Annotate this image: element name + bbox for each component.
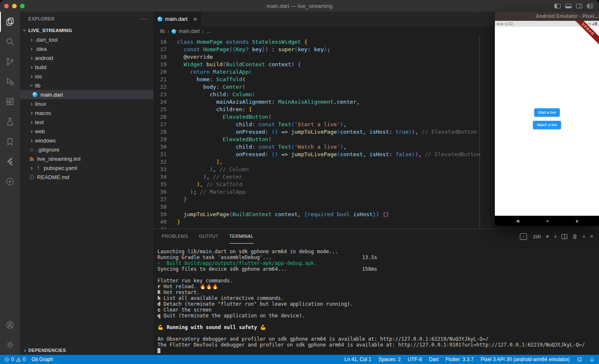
git-graph-status[interactable]: Git Graph (31, 357, 53, 362)
home-icon[interactable]: ● (546, 219, 549, 223)
activity-settings-icon[interactable] (0, 335, 20, 355)
editor-scrollbar[interactable] (479, 36, 480, 229)
terminal-output[interactable]: Launching lib/main.dart on sdk gphone ar… (153, 244, 599, 355)
activity-search-icon[interactable] (0, 32, 20, 52)
breadcrumb-folder[interactable]: lib (160, 28, 165, 34)
chevron-icon: › (28, 100, 35, 107)
item-label: linux (35, 101, 46, 107)
project-root-row[interactable]: › LIVE_STREAMING (20, 26, 153, 35)
toggle-sidebar-icon[interactable] (554, 4, 561, 8)
tab-problems[interactable]: PROBLEMS (162, 229, 188, 244)
tab-terminal[interactable]: TERMINAL (230, 229, 254, 244)
cursor-position-status[interactable]: Ln 41, Col 1 (344, 357, 372, 362)
breadcrumb-file[interactable]: main.dart (179, 28, 200, 34)
breadcrumb-symbol[interactable]: ... (207, 28, 211, 34)
activity-lightning-icon[interactable] (0, 172, 20, 192)
notifications-bell-icon[interactable] (589, 357, 595, 362)
back-icon[interactable]: ◀ (516, 218, 519, 224)
indentation-status[interactable]: Spaces: 2 (378, 357, 400, 362)
terminal-line: r Hot reload. 🔥🔥🔥 (157, 284, 599, 289)
line-number: 30 (153, 143, 167, 151)
new-terminal-icon[interactable]: + (545, 233, 549, 240)
sidebar-explorer: EXPLORER ··· › LIVE_STREAMING ›.dart_too… (20, 12, 153, 355)
language-status[interactable]: Dart (429, 357, 439, 362)
activity-source-control-icon[interactable] (0, 52, 20, 72)
terminal-dropdown-icon[interactable]: ∨ (554, 234, 557, 239)
folder-lib[interactable]: ›lib (20, 81, 153, 90)
watch-a-live-button[interactable]: Watch a live (533, 121, 561, 129)
tab-output[interactable]: OUTPUT (199, 229, 219, 244)
item-label: macos (35, 110, 51, 116)
activity-bookmarks-icon[interactable] (0, 132, 20, 152)
emulator-screen[interactable]: 6:44 LTE DEBUG Start a live Watch a live (495, 21, 599, 216)
chevron-icon: › (28, 128, 35, 135)
folder-windows[interactable]: ›windows (20, 136, 153, 145)
line-number: 41 (153, 226, 167, 229)
close-window-button[interactable] (4, 4, 9, 8)
item-label: .gitignore (37, 147, 59, 153)
device-status[interactable]: Pixel 3 API 30 (android-arm64 emulator) (481, 357, 570, 362)
chevron-icon: › (22, 347, 28, 354)
line-content: body: Center( (167, 83, 245, 91)
folder-.idea[interactable]: ›.idea (20, 44, 153, 53)
panel-header: PROBLEMS OUTPUT TERMINAL › zsh + ∨ ∧ × (153, 229, 599, 244)
problems-status[interactable]: 0 0 (4, 357, 25, 362)
line-number: 29 (153, 136, 167, 143)
emulator-title[interactable]: Android Emulator - Pixel... (495, 12, 599, 21)
toggle-secondary-sidebar-icon[interactable] (576, 4, 582, 8)
start-a-live-button[interactable]: Start a live (534, 108, 560, 117)
dependencies-section[interactable]: › DEPENDENCIES (20, 345, 153, 355)
line-number: 25 (153, 106, 167, 113)
activity-accounts-icon[interactable] (0, 315, 20, 335)
shell-name[interactable]: zsh (533, 234, 541, 239)
encoding-status[interactable]: UTF-8 (408, 357, 422, 362)
file-.gitignore[interactable]: ◇.gitignore (20, 145, 153, 154)
folder-linux[interactable]: ›linux (20, 99, 153, 108)
item-label: .dart_tool (35, 37, 57, 43)
activity-run-and-debug-icon[interactable] (0, 72, 20, 92)
toggle-panel-icon[interactable] (565, 4, 572, 8)
line-content: Widget build(BuildContext context) { (167, 61, 301, 68)
folder-android[interactable]: ›android (20, 53, 153, 62)
folder-build[interactable]: ›build (20, 62, 153, 72)
folder-macos[interactable]: ›macos (20, 108, 153, 117)
maximize-panel-icon[interactable]: ∧ (582, 234, 585, 239)
file-README.md[interactable]: iREADME.md (20, 172, 153, 182)
activity-flutter-icon[interactable] (0, 152, 20, 172)
file-pubspec.yaml[interactable]: ›!pubspec.yaml (20, 163, 153, 172)
close-tab-icon[interactable]: × (193, 15, 197, 22)
activity-extensions-icon[interactable] (0, 92, 20, 112)
folder-web[interactable]: ›web (20, 127, 153, 136)
android-emulator-window: Android Emulator - Pixel... 6:44 LTE DEB… (495, 12, 599, 226)
terminal-line: Syncing files to device sdk gphone arm64… (157, 266, 599, 272)
window-title: main.dart — live_streaming (0, 3, 599, 9)
activity-testing-icon[interactable] (0, 112, 20, 132)
line-content: return MaterialApp( (167, 68, 252, 76)
tab-main-dart[interactable]: main.dart × (153, 12, 201, 26)
customize-layout-icon[interactable] (587, 4, 593, 8)
close-panel-icon[interactable]: × (590, 234, 593, 239)
folder-.dart_tool[interactable]: ›.dart_tool (20, 35, 153, 44)
split-terminal-icon[interactable] (562, 234, 567, 239)
line-number: 24 (153, 98, 167, 106)
file-main.dart[interactable]: main.dart (20, 90, 153, 99)
activity-explorer-icon[interactable] (0, 12, 20, 32)
explorer-more-actions-icon[interactable]: ··· (140, 17, 147, 20)
flutter-version-status[interactable]: Flutter: 3.3.7 (446, 357, 474, 362)
recents-icon[interactable]: ■ (576, 219, 578, 223)
terminal-line: An Observatory debugger and profiler on … (157, 336, 599, 342)
chevron-icon: › (28, 36, 35, 43)
item-label: pubspec.yaml (44, 165, 77, 171)
kill-terminal-icon[interactable] (572, 234, 578, 239)
feedback-smiley-icon[interactable] (577, 357, 582, 362)
code-line[interactable]: 41 (153, 226, 599, 229)
minimize-window-button[interactable] (12, 4, 17, 8)
zoom-window-button[interactable] (20, 4, 25, 8)
rss-file-icon (28, 155, 35, 162)
window-controls (0, 4, 25, 8)
dart-file-icon (157, 17, 162, 22)
folder-test[interactable]: ›test (20, 117, 153, 127)
folder-ios[interactable]: ›ios (20, 72, 153, 81)
file-live_streaming.iml[interactable]: live_streaming.iml (20, 154, 153, 163)
warning-count: 0 (23, 357, 26, 362)
